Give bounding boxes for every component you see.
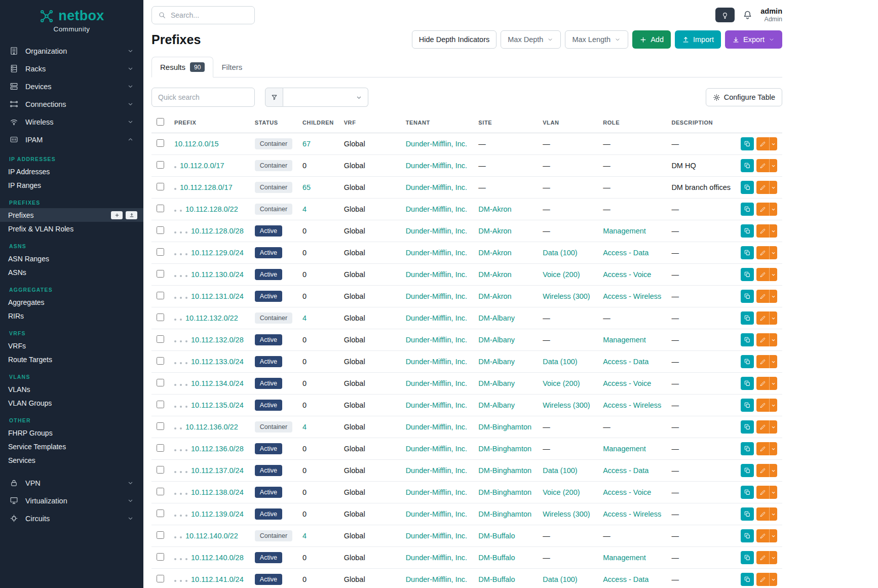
edit-dropdown-button[interactable]: [769, 377, 777, 390]
tenant-link[interactable]: Dunder-Mifflin, Inc.: [406, 205, 467, 213]
tenant-link[interactable]: Dunder-Mifflin, Inc.: [406, 314, 467, 322]
site-link[interactable]: DM-Buffalo: [478, 554, 515, 562]
sidebar-item-organization[interactable]: Organization: [0, 42, 143, 60]
clone-button[interactable]: [741, 137, 754, 150]
clone-button[interactable]: [741, 442, 754, 455]
import-button[interactable]: Import: [675, 30, 721, 49]
user-menu[interactable]: admin Admin: [760, 7, 782, 23]
prefix-link[interactable]: 10.112.137.0/24: [191, 466, 244, 475]
sidebar-item-racks[interactable]: Racks: [0, 60, 143, 77]
quick-add-button[interactable]: [111, 211, 123, 219]
edit-dropdown-button[interactable]: [769, 442, 777, 455]
sidebar-item-vlan-groups[interactable]: VLAN Groups: [0, 396, 143, 410]
edit-dropdown-button[interactable]: [769, 486, 777, 499]
edit-dropdown-button[interactable]: [769, 507, 777, 521]
tenant-link[interactable]: Dunder-Mifflin, Inc.: [406, 183, 467, 191]
tenant-link[interactable]: Dunder-Mifflin, Inc.: [406, 227, 467, 235]
clone-button[interactable]: [741, 464, 754, 477]
sidebar-item-wireless[interactable]: Wireless: [0, 113, 143, 131]
tenant-link[interactable]: Dunder-Mifflin, Inc.: [406, 554, 467, 562]
edit-dropdown-button[interactable]: [769, 464, 777, 477]
edit-button[interactable]: [756, 311, 769, 325]
column-header-description[interactable]: DESCRIPTION: [666, 113, 736, 133]
clone-button[interactable]: [741, 290, 754, 303]
vlan-link[interactable]: Wireless (300): [543, 510, 590, 518]
sidebar-item-vrfs[interactable]: VRFs: [0, 339, 143, 352]
clone-button[interactable]: [741, 311, 754, 325]
site-link[interactable]: DM-Buffalo: [478, 532, 515, 540]
role-link[interactable]: Management: [603, 445, 646, 453]
tenant-link[interactable]: Dunder-Mifflin, Inc.: [406, 379, 467, 387]
edit-button[interactable]: [756, 355, 769, 368]
tenant-link[interactable]: Dunder-Mifflin, Inc.: [406, 532, 467, 540]
clone-button[interactable]: [741, 420, 754, 434]
role-link[interactable]: Access - Wireless: [603, 401, 661, 409]
global-search-input[interactable]: [171, 11, 248, 19]
prefix-link[interactable]: 10.112.140.0/28: [191, 554, 244, 562]
sidebar-item-ip-ranges[interactable]: IP Ranges: [0, 178, 143, 192]
tenant-link[interactable]: Dunder-Mifflin, Inc.: [406, 249, 467, 257]
edit-dropdown-button[interactable]: [769, 355, 777, 368]
edit-button[interactable]: [756, 137, 769, 150]
row-checkbox[interactable]: [157, 205, 164, 212]
edit-button[interactable]: [756, 246, 769, 259]
edit-button[interactable]: [756, 333, 769, 346]
sidebar-item-services[interactable]: Services: [0, 453, 143, 467]
clone-button[interactable]: [741, 246, 754, 259]
row-checkbox[interactable]: [157, 575, 164, 582]
tenant-link[interactable]: Dunder-Mifflin, Inc.: [406, 575, 467, 583]
prefix-link[interactable]: 10.112.128.0/22: [185, 205, 238, 213]
row-checkbox[interactable]: [157, 335, 164, 343]
clone-button[interactable]: [741, 203, 754, 216]
vlan-link[interactable]: Data (100): [543, 466, 578, 475]
role-link[interactable]: Access - Data: [603, 358, 648, 366]
site-link[interactable]: DM-Binghamton: [478, 488, 531, 496]
column-header-status[interactable]: STATUS: [250, 113, 297, 133]
clone-button[interactable]: [741, 551, 754, 564]
tenant-link[interactable]: Dunder-Mifflin, Inc.: [406, 488, 467, 496]
saved-filter-select[interactable]: [283, 88, 368, 107]
sidebar-item-route-targets[interactable]: Route Targets: [0, 352, 143, 366]
row-checkbox[interactable]: [157, 401, 164, 408]
role-link[interactable]: Access - Voice: [603, 488, 651, 496]
vlan-link[interactable]: Wireless (300): [543, 292, 590, 300]
edit-button[interactable]: [756, 224, 769, 238]
edit-dropdown-button[interactable]: [769, 551, 777, 564]
tenant-link[interactable]: Dunder-Mifflin, Inc.: [406, 466, 467, 475]
vlan-link[interactable]: Voice (200): [543, 379, 580, 387]
prefix-link[interactable]: 10.112.135.0/24: [191, 401, 244, 409]
edit-dropdown-button[interactable]: [769, 137, 777, 150]
role-link[interactable]: Access - Data: [603, 466, 648, 475]
sidebar-item-vlans[interactable]: VLANs: [0, 382, 143, 396]
role-link[interactable]: Access - Voice: [603, 379, 651, 387]
edit-dropdown-button[interactable]: [769, 181, 777, 194]
site-link[interactable]: DM-Buffalo: [478, 575, 515, 583]
row-checkbox[interactable]: [157, 466, 164, 474]
row-checkbox[interactable]: [157, 357, 164, 365]
site-link[interactable]: DM-Albany: [478, 401, 515, 409]
row-checkbox[interactable]: [157, 553, 164, 561]
prefix-link[interactable]: 10.112.131.0/24: [191, 292, 244, 300]
tenant-link[interactable]: Dunder-Mifflin, Inc.: [406, 401, 467, 409]
edit-dropdown-button[interactable]: [769, 399, 777, 412]
site-link[interactable]: DM-Binghamton: [478, 510, 531, 518]
role-link[interactable]: Access - Wireless: [603, 292, 661, 300]
children-count-link[interactable]: 65: [302, 183, 311, 191]
row-checkbox[interactable]: [157, 139, 164, 147]
site-link[interactable]: DM-Albany: [478, 314, 515, 322]
edit-button[interactable]: [756, 181, 769, 194]
vlan-link[interactable]: Voice (200): [543, 270, 580, 279]
site-link[interactable]: DM-Akron: [478, 205, 511, 213]
row-checkbox[interactable]: [157, 531, 164, 539]
column-header-role[interactable]: ROLE: [598, 113, 666, 133]
site-link[interactable]: DM-Akron: [478, 270, 511, 279]
quick-search-input[interactable]: [151, 88, 255, 107]
edit-dropdown-button[interactable]: [769, 311, 777, 325]
prefix-link[interactable]: 10.112.139.0/24: [191, 510, 244, 518]
site-link[interactable]: DM-Akron: [478, 227, 511, 235]
theme-toggle-button[interactable]: [715, 8, 735, 22]
edit-dropdown-button[interactable]: [769, 420, 777, 434]
prefix-link[interactable]: 10.112.132.0/22: [185, 314, 238, 322]
row-checkbox[interactable]: [157, 444, 164, 452]
edit-dropdown-button[interactable]: [769, 529, 777, 542]
